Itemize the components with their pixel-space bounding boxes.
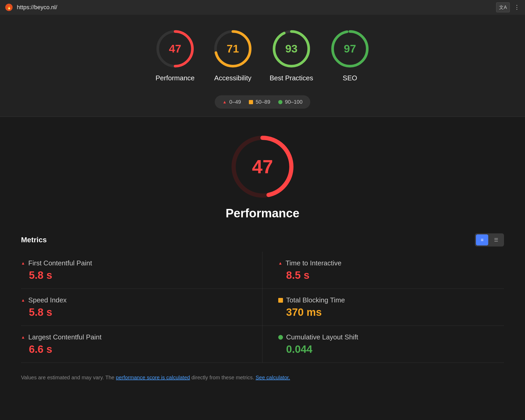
metric-value-tti: 8.5 s [278, 269, 499, 281]
scores-section: 47 Performance 71 Accessibility [0, 15, 525, 117]
score-legend: ▲ 0–49 50–89 90–100 [215, 95, 311, 109]
view-toggle[interactable]: ≡ ☰ [475, 233, 504, 246]
metric-name-tti: Time to Interactive [286, 259, 342, 267]
score-label-best-practices: Best Practices [270, 74, 313, 82]
metric-item-tbt: Total Blocking Time 370 ms [262, 289, 504, 326]
score-circle-accessibility: 71 [212, 28, 254, 70]
score-label-performance: Performance [155, 74, 195, 82]
metric-value-cls: 0.044 [278, 343, 499, 355]
legend-item-low: ▲ 0–49 [223, 99, 241, 105]
detail-section: 47 Performance Metrics ≡ ☰ ▲ First Conte… [0, 117, 525, 392]
calculator-link[interactable]: See calculator. [256, 375, 290, 380]
view-grid-button[interactable]: ☰ [489, 234, 503, 245]
footer-text-1: Values are estimated and may vary. The [21, 375, 116, 380]
big-score-circle: 47 [228, 133, 297, 201]
metric-name-fcp: First Contentful Paint [28, 259, 92, 267]
url-bar[interactable]: https://beyco.nl/ [17, 4, 492, 11]
metric-name-row-tti: ▲ Time to Interactive [278, 259, 499, 267]
square-icon [249, 100, 253, 104]
metric-value-fcp: 5.8 s [21, 269, 246, 281]
performance-score-link[interactable]: performance score is calculated [116, 375, 190, 380]
legend-label-low: 0–49 [229, 99, 241, 105]
metric-item-tti: ▲ Time to Interactive 8.5 s [262, 252, 504, 289]
score-value-best-practices: 93 [285, 43, 298, 55]
legend-label-mid: 50–89 [256, 99, 270, 105]
metric-item-lcp: ▲ Largest Contentful Paint 6.6 s [21, 326, 262, 363]
translate-button[interactable]: 文A [496, 2, 510, 12]
metric-name-si: Speed Index [28, 296, 67, 304]
score-circle-performance: 47 [154, 28, 196, 70]
metric-item-si: ▲ Speed Index 5.8 s [21, 289, 262, 326]
metric-value-tbt: 370 ms [278, 306, 499, 318]
triangle-indicator-lcp: ▲ [21, 335, 25, 340]
browser-actions: 文A ⋮ [496, 2, 520, 12]
metric-name-row-si: ▲ Speed Index [21, 296, 246, 304]
metrics-header: Metrics ≡ ☰ [21, 233, 504, 246]
metrics-title: Metrics [21, 236, 47, 244]
legend-item-high: 90–100 [278, 99, 303, 105]
square-indicator-tbt [278, 298, 283, 303]
score-value-accessibility: 71 [227, 43, 239, 55]
score-label-accessibility: Accessibility [214, 74, 251, 82]
score-item-performance[interactable]: 47 Performance [154, 28, 196, 82]
circle-indicator-cls [278, 335, 283, 340]
legend-label-high: 90–100 [285, 99, 303, 105]
legend-item-mid: 50–89 [249, 99, 270, 105]
metric-name-cls: Cumulative Layout Shift [286, 333, 358, 341]
browser-favicon: 🔥 [5, 4, 13, 11]
metric-name-row-cls: Cumulative Layout Shift [278, 333, 499, 341]
browser-menu-button[interactable]: ⋮ [514, 4, 520, 11]
score-value-seo: 97 [344, 43, 356, 55]
score-label-seo: SEO [343, 74, 357, 82]
big-score-container: 47 Performance [21, 133, 504, 220]
footer-text-2: directly from these metrics. [190, 375, 256, 380]
metric-item-fcp: ▲ First Contentful Paint 5.8 s [21, 252, 262, 289]
view-list-button[interactable]: ≡ [476, 234, 488, 245]
big-score-label: Performance [225, 206, 299, 220]
metric-name-row-lcp: ▲ Largest Contentful Paint [21, 333, 246, 341]
score-value-performance: 47 [169, 43, 181, 55]
metric-value-lcp: 6.6 s [21, 343, 246, 355]
metrics-grid: ▲ First Contentful Paint 5.8 s ▲ Time to… [21, 252, 504, 363]
metric-name-tbt: Total Blocking Time [286, 296, 345, 304]
score-item-accessibility[interactable]: 71 Accessibility [212, 28, 254, 82]
triangle-indicator-fcp: ▲ [21, 261, 25, 266]
metric-name-row-fcp: ▲ First Contentful Paint [21, 259, 246, 267]
scores-row: 47 Performance 71 Accessibility [154, 28, 371, 82]
metric-value-si: 5.8 s [21, 306, 246, 318]
triangle-indicator-tti: ▲ [278, 261, 282, 266]
triangle-icon: ▲ [223, 100, 227, 104]
circle-icon [278, 100, 282, 104]
score-item-seo[interactable]: 97 SEO [329, 28, 371, 82]
score-circle-seo: 97 [329, 28, 371, 70]
score-item-best-practices[interactable]: 93 Best Practices [270, 28, 313, 82]
big-score-value: 47 [252, 156, 273, 177]
score-circle-best-practices: 93 [270, 28, 312, 70]
triangle-indicator-si: ▲ [21, 298, 25, 303]
footer-note: Values are estimated and may vary. The p… [21, 373, 504, 382]
metric-name-row-tbt: Total Blocking Time [278, 296, 499, 304]
metric-name-lcp: Largest Contentful Paint [28, 333, 102, 341]
browser-chrome: 🔥 https://beyco.nl/ 文A ⋮ [0, 0, 525, 15]
metric-item-cls: Cumulative Layout Shift 0.044 [262, 326, 504, 363]
